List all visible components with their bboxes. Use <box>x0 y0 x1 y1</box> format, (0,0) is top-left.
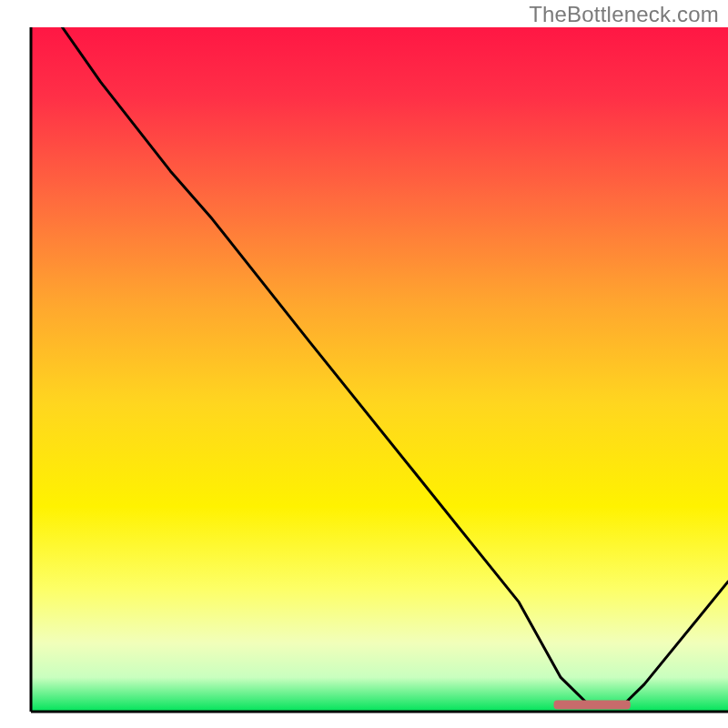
plot-background <box>31 27 728 712</box>
optimum-marker <box>554 700 631 709</box>
chart-wrapper: { "watermark": "TheBottleneck.com", "cha… <box>0 0 728 728</box>
bottleneck-chart <box>0 0 728 728</box>
